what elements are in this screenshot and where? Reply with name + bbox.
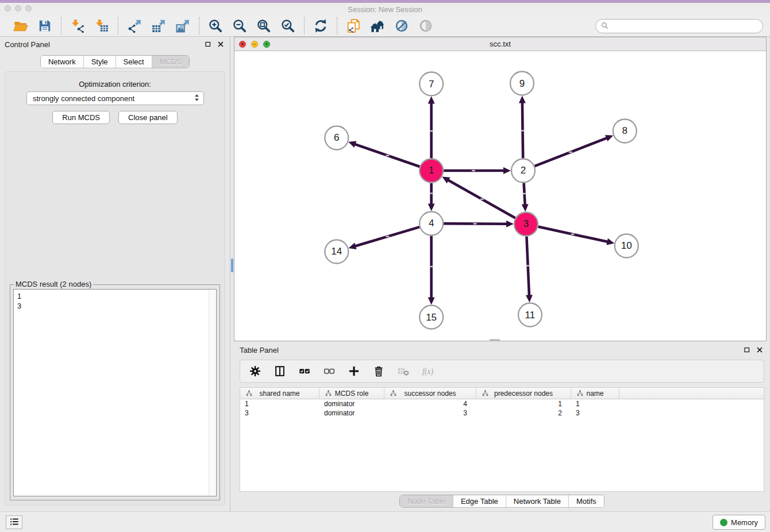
edge-4-3[interactable]	[444, 221, 514, 228]
network-minimize-button[interactable]: −	[251, 41, 258, 48]
edge-1-2[interactable]	[444, 167, 511, 174]
edge-midpoint-handle[interactable]	[430, 266, 433, 267]
table-tab-node-table[interactable]: Node Table	[400, 495, 453, 507]
edge-midpoint-handle[interactable]	[526, 265, 530, 266]
network-close-button[interactable]: ✕	[239, 41, 246, 48]
task-history-button[interactable]	[6, 515, 22, 529]
node-15[interactable]: 15	[419, 306, 443, 329]
eye-icon[interactable]	[418, 18, 434, 34]
settings-icon[interactable]	[247, 363, 263, 379]
edge-midpoint-handle[interactable]	[473, 223, 477, 224]
network-window-titlebar[interactable]: ✕ − + scc.txt	[234, 37, 766, 51]
close-panel-button[interactable]: Close panel	[118, 111, 178, 124]
table-cell[interactable]: 3	[240, 408, 319, 418]
tab-select[interactable]: Select	[116, 56, 152, 68]
table-row[interactable]: 1dominator411	[240, 399, 764, 408]
search-field[interactable]	[595, 19, 763, 33]
refresh-icon[interactable]	[313, 18, 329, 34]
export-table-icon[interactable]	[151, 18, 167, 34]
import-network-icon[interactable]	[70, 18, 86, 34]
vertical-splitter-handle[interactable]	[231, 259, 233, 272]
edge-midpoint-handle[interactable]	[523, 193, 526, 194]
add-icon[interactable]	[346, 363, 362, 379]
node-3[interactable]: 3	[514, 213, 538, 236]
tab-network[interactable]: Network	[41, 56, 83, 68]
node-9[interactable]: 9	[510, 72, 534, 95]
copy-network-icon[interactable]	[345, 18, 361, 34]
table-cell[interactable]: 2	[476, 408, 571, 418]
zoom-fit-icon[interactable]	[256, 18, 272, 34]
close-window-button[interactable]	[5, 5, 11, 11]
export-image-icon[interactable]	[175, 18, 191, 34]
table-cell[interactable]: 1	[240, 399, 319, 408]
table-cell[interactable]: 3	[384, 408, 476, 418]
close-panel-icon[interactable]	[216, 40, 225, 49]
close-table-panel-icon[interactable]	[755, 345, 764, 354]
edge-midpoint-handle[interactable]	[569, 152, 572, 153]
edge-midpoint-handle[interactable]	[571, 233, 575, 234]
hide-icon[interactable]	[394, 18, 410, 34]
edge-midpoint-handle[interactable]	[480, 198, 484, 199]
edge-2-8[interactable]	[534, 135, 613, 166]
table-cell[interactable]: dominator	[319, 408, 384, 418]
node-10[interactable]: 10	[615, 234, 638, 258]
column-header-name[interactable]: name	[571, 388, 619, 399]
table-cell[interactable]: 1	[476, 399, 571, 408]
column-header-MCDS-role[interactable]: MCDS role	[319, 388, 384, 399]
table-tab-network-table[interactable]: Network Table	[506, 495, 568, 507]
column-header-shared-name[interactable]: shared name	[240, 388, 319, 399]
mcds-result-area[interactable]: 1 3	[13, 289, 217, 496]
tab-style[interactable]: Style	[83, 56, 116, 68]
select-all-icon[interactable]	[297, 363, 313, 379]
table-tab-edge-table[interactable]: Edge Table	[453, 495, 506, 507]
edge-1-7[interactable]	[428, 97, 435, 159]
edge-midpoint-handle[interactable]	[521, 130, 525, 131]
edge-3-1[interactable]	[442, 177, 515, 218]
edge-midpoint-handle[interactable]	[430, 192, 433, 194]
horizontal-splitter-handle[interactable]	[490, 339, 500, 341]
edge-midpoint-handle[interactable]	[386, 236, 389, 237]
delete-icon[interactable]	[371, 363, 387, 379]
zoom-in-icon[interactable]	[207, 18, 224, 34]
column-header-successor-nodes[interactable]: successor nodes	[384, 388, 476, 399]
table-cell[interactable]: 4	[384, 399, 476, 408]
zoom-out-icon[interactable]	[232, 18, 248, 34]
edge-2-9[interactable]	[519, 95, 526, 158]
node-8[interactable]: 8	[613, 119, 637, 143]
table-cell[interactable]: 3	[571, 408, 619, 418]
node-7[interactable]: 7	[419, 72, 443, 96]
open-icon[interactable]	[13, 18, 29, 34]
edge-4-14[interactable]	[348, 227, 419, 249]
minimize-window-button[interactable]	[15, 5, 21, 11]
edge-midpoint-handle[interactable]	[430, 130, 433, 132]
edge-midpoint-handle[interactable]	[386, 155, 389, 156]
float-panel-icon[interactable]	[203, 40, 213, 49]
edge-midpoint-handle[interactable]	[472, 170, 475, 171]
network-canvas[interactable]: 7968124314101511	[234, 51, 766, 341]
edge-2-3[interactable]	[522, 183, 529, 211]
float-table-panel-icon[interactable]	[742, 345, 752, 354]
maximize-window-button[interactable]	[25, 5, 32, 11]
zoom-selected-icon[interactable]	[280, 18, 296, 34]
run-mcds-button[interactable]: Run MCDS	[52, 111, 110, 124]
edge-1-6[interactable]	[348, 141, 419, 167]
table-cell[interactable]: 1	[571, 399, 619, 408]
node-2[interactable]: 2	[511, 159, 535, 183]
node-1[interactable]: 1	[419, 159, 443, 183]
split-columns-icon[interactable]	[272, 363, 288, 379]
memory-button[interactable]: Memory	[713, 515, 765, 530]
node-4[interactable]: 4	[419, 212, 443, 236]
save-icon[interactable]	[37, 18, 53, 34]
table-tab-motifs[interactable]: Motifs	[568, 495, 604, 507]
optimization-dropdown[interactable]: strongly connected component	[26, 91, 204, 105]
node-14[interactable]: 14	[325, 240, 348, 264]
column-header-predecessor-nodes[interactable]: predecessor nodes	[476, 388, 571, 399]
export-network-icon[interactable]	[126, 18, 143, 34]
edge-4-15[interactable]	[428, 236, 435, 305]
tab-mcds[interactable]: MCDS	[152, 56, 189, 68]
search-input[interactable]	[609, 21, 763, 32]
network-maximize-button[interactable]: +	[263, 41, 270, 48]
edge-3-11[interactable]	[526, 236, 533, 302]
home-icon[interactable]	[369, 18, 386, 34]
table-cell[interactable]: dominator	[319, 399, 384, 408]
